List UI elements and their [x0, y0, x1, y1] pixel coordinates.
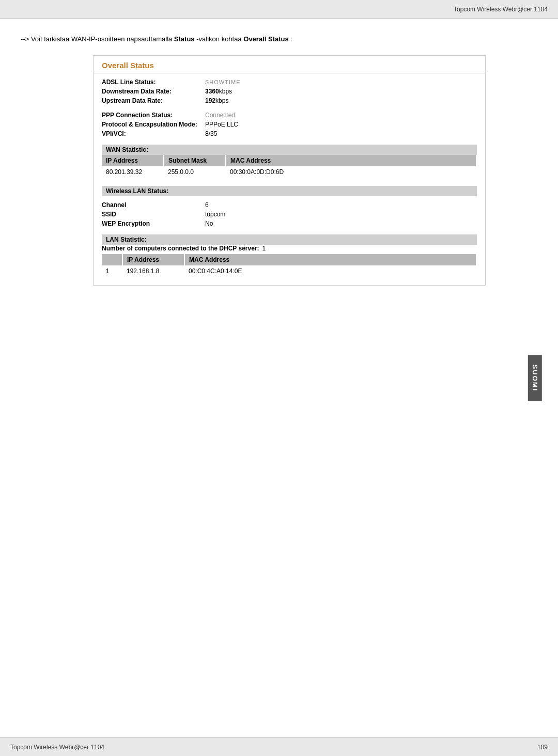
footer-bar: Topcom Wireless Webr@cer 1104 109: [0, 737, 558, 756]
downstream-bold: 3360: [205, 88, 219, 95]
intro-paragraph: --> Voit tarkistaa WAN-IP-osoitteen naps…: [21, 34, 517, 45]
wan-col-ip: IP Address: [102, 155, 164, 166]
lan-table: IP Address MAC Address 1 192.168.1.8 00:…: [102, 254, 477, 277]
downstream-row: Downstream Data Rate: 3360kbps: [102, 88, 477, 95]
lan-col-mac: MAC Address: [184, 254, 476, 265]
upstream-value: 192kbps: [205, 97, 228, 104]
wan-table: IP Address Subnet Mask MAC Address 80.20…: [102, 155, 477, 178]
wireless-section-header: Wireless LAN Status:: [102, 186, 477, 196]
ppp-row: PPP Connection Status: Connected: [102, 112, 477, 119]
channel-value: 6: [205, 201, 209, 209]
vpi-value: 8/35: [205, 130, 217, 137]
wan-subnet-cell: 255.0.0.0: [164, 166, 226, 178]
header-title: Topcom Wireless Webr@cer 1104: [454, 6, 548, 13]
lan-ip-cell: 192.168.1.8: [122, 265, 184, 277]
footer-right: 109: [537, 744, 548, 751]
dhcp-row: Number of computers connected to the DHC…: [102, 245, 477, 252]
overall-status-title: Overall Status: [94, 56, 485, 73]
intro-prefix: -->: [21, 35, 31, 43]
ssid-value: topcom: [205, 211, 225, 218]
lan-num-cell: 1: [102, 265, 122, 277]
ppp-value: Connected: [205, 112, 235, 119]
protocol-value: PPPoE LLC: [205, 121, 238, 128]
downstream-value: 3360kbps: [205, 88, 232, 95]
wan-mac-cell: 00:30:0A:0D:D0:6D: [226, 166, 476, 178]
dhcp-label: Number of computers connected to the DHC…: [102, 245, 259, 252]
upstream-label: Upstream Data Rate:: [102, 97, 205, 104]
lan-col-num: [102, 254, 122, 265]
intro-text-end: :: [290, 35, 292, 43]
wan-ip-cell: 80.201.39.32: [102, 166, 164, 178]
downstream-label: Downstream Data Rate:: [102, 88, 205, 95]
upstream-unit: kbps: [215, 97, 228, 104]
vpi-label: VPI/VCI:: [102, 130, 205, 137]
lan-table-row: 1 192.168.1.8 00:C0:4C:A0:14:0E: [102, 265, 476, 277]
upstream-bold: 192: [205, 97, 215, 104]
channel-label: Channel: [102, 201, 205, 209]
adsl-row: ADSL Line Status: SHOWTIME: [102, 78, 477, 86]
dhcp-value: 1: [262, 245, 266, 252]
wan-col-mac: MAC Address: [226, 155, 476, 166]
ppp-label: PPP Connection Status:: [102, 112, 205, 119]
wan-section-header: WAN Statistic:: [102, 145, 477, 155]
downstream-unit: kbps: [219, 88, 232, 95]
main-content: --> Voit tarkistaa WAN-IP-osoitteen naps…: [0, 19, 537, 737]
wep-row: WEP Encryption No: [102, 220, 477, 227]
adsl-value: SHOWTIME: [205, 79, 241, 85]
overall-status-box: Overall Status ADSL Line Status: SHOWTIM…: [93, 55, 486, 286]
intro-text-normal: Voit tarkistaa WAN-IP-osoitteen napsautt…: [31, 35, 174, 43]
intro-bold2: Overall Status: [243, 35, 288, 43]
vpi-row: VPI/VCI: 8/35: [102, 130, 477, 137]
upstream-row: Upstream Data Rate: 192kbps: [102, 97, 477, 104]
lan-mac-cell: 00:C0:4C:A0:14:0E: [184, 265, 476, 277]
status-content: ADSL Line Status: SHOWTIME Downstream Da…: [94, 73, 485, 285]
ssid-row: SSID topcom: [102, 211, 477, 218]
footer-left: Topcom Wireless Webr@cer 1104: [10, 744, 104, 751]
intro-bold1: Status: [174, 35, 195, 43]
intro-text-middle: -valikon kohtaa: [196, 35, 243, 43]
ssid-label: SSID: [102, 211, 205, 218]
lan-section-header: LAN Statistic:: [102, 234, 477, 245]
header-bar: Topcom Wireless Webr@cer 1104: [0, 0, 558, 19]
adsl-label: ADSL Line Status:: [102, 78, 205, 86]
protocol-label: Protocol & Encapsulation Mode:: [102, 121, 205, 128]
lan-col-ip: IP Address: [122, 254, 184, 265]
channel-row: Channel 6: [102, 201, 477, 209]
wep-label: WEP Encryption: [102, 220, 205, 227]
protocol-row: Protocol & Encapsulation Mode: PPPoE LLC: [102, 121, 477, 128]
wep-value: No: [205, 220, 213, 227]
wan-table-row: 80.201.39.32 255.0.0.0 00:30:0A:0D:D0:6D: [102, 166, 476, 178]
wan-col-subnet: Subnet Mask: [164, 155, 226, 166]
